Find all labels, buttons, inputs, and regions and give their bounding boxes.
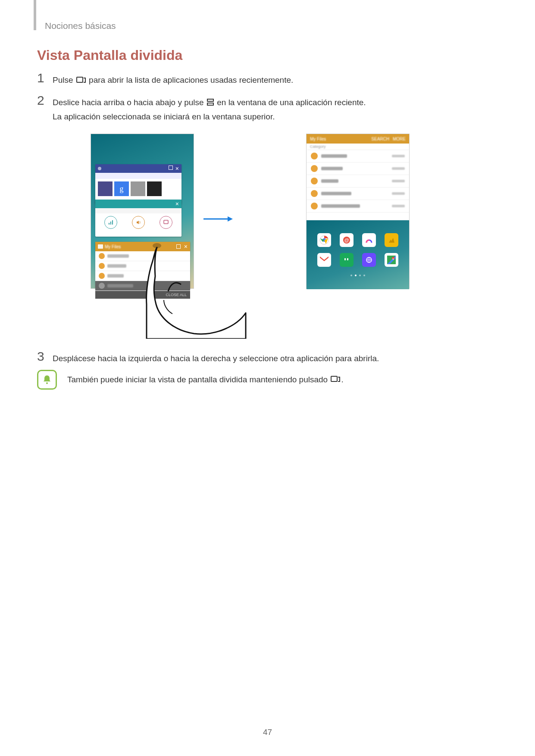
recents-icon [76, 74, 86, 87]
internet-icon [362, 253, 376, 267]
file-row [307, 150, 409, 162]
phone-mock-recents: × g × [91, 134, 194, 289]
download-icon [311, 203, 318, 209]
step-1: 1 Pulse para abrir la lista de aplicacio… [37, 72, 468, 87]
arrow-icon [203, 215, 233, 225]
note-text: También puede iniciar la vista de pantal… [67, 375, 344, 385]
recent-card-internet: × g [95, 164, 181, 204]
thumbnail [98, 181, 113, 196]
documents-icon [99, 283, 105, 289]
svg-point-21 [46, 382, 48, 384]
globe-icon [98, 167, 101, 170]
svg-rect-2 [207, 103, 213, 105]
chrome-icon [317, 233, 331, 247]
page-title: Vista Pantalla dividida [37, 47, 182, 63]
sound-icon [132, 216, 145, 229]
page-indicator [350, 275, 365, 276]
svg-rect-5 [112, 220, 113, 225]
note-pre: También puede iniciar la vista de pantal… [67, 375, 330, 384]
svg-rect-3 [109, 223, 110, 225]
svg-rect-15 [347, 258, 348, 260]
svg-rect-22 [331, 376, 337, 381]
svg-rect-14 [344, 258, 346, 260]
page-number: 47 [263, 728, 272, 737]
header-tab-mark [34, 0, 36, 30]
data-usage-icon [104, 216, 117, 229]
svg-rect-1 [207, 99, 213, 101]
section-header: Nociones básicas [45, 21, 116, 31]
step-1-post: para abrir la lista de aplicaciones usad… [89, 75, 293, 84]
step-2-number: 2 [37, 94, 47, 107]
step-3-text: Desplácese hacia la izquierda o hacia la… [53, 350, 379, 366]
google-thumbnail: g [114, 181, 129, 196]
step-3: 3 Desplácese hacia la izquierda o hacia … [37, 350, 468, 366]
split-screen-icon [207, 96, 214, 110]
svg-rect-0 [77, 77, 83, 82]
thumbnail [147, 181, 162, 196]
svg-text:g: g [392, 257, 394, 260]
recents-icon [331, 375, 340, 384]
images-icon [99, 253, 105, 259]
images-icon [311, 153, 318, 159]
note-callout: También puede iniciar la vista de pantal… [37, 370, 468, 390]
file-row [307, 162, 409, 175]
close-icon: × [175, 166, 179, 172]
recent-card-title: My Files [105, 244, 121, 249]
step-1-text: Pulse para abrir la lista de aplicacione… [53, 72, 293, 87]
svg-text:@: @ [344, 237, 349, 243]
videos-icon [99, 263, 105, 269]
maps-icon: g [385, 253, 398, 267]
folder-icon [98, 244, 103, 249]
search-action: SEARCH [371, 137, 389, 141]
documents-icon [311, 190, 318, 197]
close-icon: × [175, 201, 179, 207]
split-screen-icon [176, 244, 181, 249]
audio-icon [99, 273, 105, 279]
file-row [307, 175, 409, 187]
phone-mock-splitview: My Files SEARCH MORE Category @ [306, 134, 410, 289]
category-label: Category [307, 144, 409, 150]
gallery-icon [385, 233, 398, 247]
step-2-pre: Deslice hacia arriba o hacia abajo y pul… [53, 98, 206, 107]
galaxy-apps-icon [362, 233, 376, 247]
step-2: 2 Deslice hacia arriba o hacia abajo y p… [37, 94, 468, 124]
display-icon [160, 216, 172, 229]
instruction-figure: × g × [86, 134, 414, 341]
step-2-post: en la ventana de una aplicación reciente… [217, 98, 366, 107]
bell-icon [37, 370, 57, 390]
recent-card-myfiles: My Files × CLOSE ALL [95, 242, 190, 289]
close-icon: × [184, 244, 188, 250]
close-all-button: CLOSE ALL [95, 291, 190, 299]
email-icon: @ [340, 233, 354, 247]
step-2-line2: La aplicación seleccionada se iniciará e… [53, 112, 275, 121]
hangouts-icon [340, 253, 354, 267]
svg-marker-8 [228, 216, 233, 222]
app-title: My Files [310, 137, 326, 141]
split-top-pane: My Files SEARCH MORE Category [307, 134, 409, 220]
thumbnail [131, 181, 145, 196]
svg-rect-4 [110, 222, 111, 225]
step-2-text: Deslice hacia arriba o hacia abajo y pul… [53, 94, 366, 124]
gmail-icon [317, 253, 331, 267]
more-action: MORE [393, 137, 406, 141]
split-screen-icon [169, 166, 173, 170]
svg-rect-6 [164, 220, 168, 224]
note-post: . [341, 375, 343, 384]
split-bottom-pane: @ g [307, 220, 409, 289]
step-1-pre: Pulse [53, 75, 75, 84]
step-3-number: 3 [37, 350, 47, 363]
videos-icon [311, 165, 318, 172]
step-1-number: 1 [37, 72, 47, 84]
audio-icon [311, 178, 318, 184]
file-row [307, 200, 409, 212]
recent-card-settings: × [95, 200, 181, 237]
file-row [307, 187, 409, 200]
